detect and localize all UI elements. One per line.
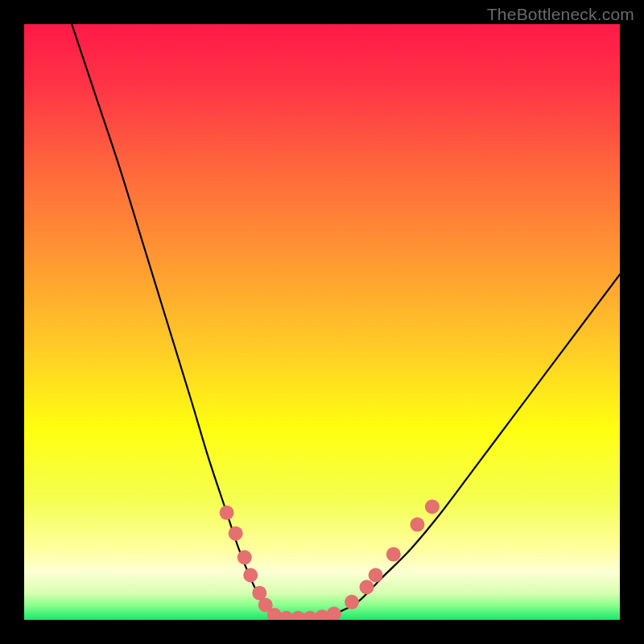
plot-area [24, 24, 620, 620]
marker-dot [327, 607, 341, 620]
marker-dot [410, 518, 424, 532]
marker-dot [425, 499, 440, 514]
marker-dot [345, 595, 359, 609]
bottleneck-curve [72, 24, 620, 620]
marker-dot [243, 568, 258, 583]
marker-dot [369, 568, 383, 583]
curve-layer [24, 24, 620, 620]
marker-dot [220, 506, 234, 520]
marker-dot [386, 547, 401, 562]
marker-dot [237, 550, 252, 564]
marker-dot [360, 580, 374, 594]
marker-dot [229, 526, 243, 541]
watermark-text: TheBottleneck.com [487, 5, 634, 24]
app-frame: TheBottleneck.com [0, 0, 644, 644]
highlight-dots [220, 499, 440, 620]
